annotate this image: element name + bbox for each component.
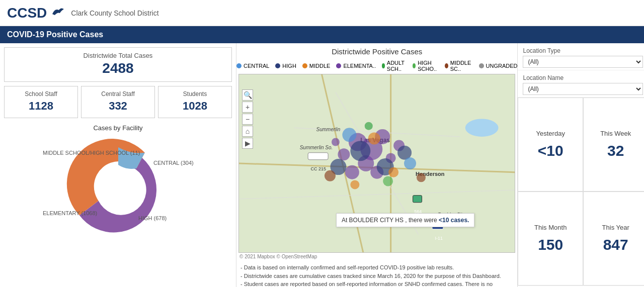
location-name-filter: Location Name (All) (518, 70, 644, 98)
this-week-value: 32 (607, 142, 624, 159)
facility-chart-title: Cases by Facility (0, 124, 236, 132)
donut-chart: MIDDLE SCHOOL/HIGH SCHOOL (11) ELEMENTAR… (38, 135, 199, 245)
legend-highschool: HIGH SCHO.. (413, 60, 439, 72)
this-month-value: 150 (538, 236, 563, 253)
svg-point-31 (332, 138, 340, 146)
central-staff-box: Central Staff 332 (81, 86, 155, 118)
staff-boxes: School Staff 1128 Central Staff 332 Stud… (4, 86, 232, 118)
this-week-label: This Week (600, 130, 631, 137)
svg-text:ELEMENTARY (1068): ELEMENTARY (1068) (43, 210, 97, 216)
svg-point-42 (383, 176, 393, 186)
donut-svg: MIDDLE SCHOOL/HIGH SCHOOL (11) ELEMENTAR… (38, 135, 199, 245)
header: CCSD Clark County School District (0, 0, 644, 26)
map-area[interactable]: CC 215 Summerlin Summerlin So. Las Vegas… (238, 74, 515, 253)
students-label: Students (160, 90, 229, 98)
svg-text:Summerlin So.: Summerlin So. (300, 145, 333, 150)
total-cases-label: Districtwide Total Cases (5, 52, 231, 59)
legend-middle: MIDDLE (302, 63, 331, 69)
svg-point-41 (404, 157, 416, 169)
svg-point-29 (345, 165, 359, 179)
svg-text:Summerlin: Summerlin (316, 127, 341, 132)
expand-button[interactable]: ▶ (242, 138, 253, 149)
home-button[interactable]: ⌂ (242, 126, 253, 137)
map-legend: CENTRAL HIGH MIDDLE ELEMENTA.. ADULT SCH… (236, 58, 517, 74)
legend-adult: ADULT SCH.. (382, 60, 407, 72)
central-staff-label: Central Staff (84, 90, 152, 98)
this-year-label: This Year (602, 224, 629, 231)
this-month-label: This Month (534, 224, 567, 231)
svg-text:I-11: I-11 (435, 236, 443, 241)
map-controls: 🔍 + − ⌂ ▶ (242, 89, 253, 149)
this-week-box: This Week 32 (583, 98, 644, 192)
location-name-label: Location Name (523, 74, 643, 81)
svg-point-37 (368, 132, 380, 144)
svg-text:MIDDLE SCHOOL/HIGH SCHOOL (11): MIDDLE SCHOOL/HIGH SCHOOL (11) (43, 150, 140, 156)
school-staff-box: School Staff 1128 (4, 86, 78, 118)
svg-point-39 (350, 180, 359, 189)
total-cases-box: Districtwide Total Cases 2488 (4, 47, 232, 82)
time-stats-grid: Yesterday <10 This Week 32 This Month 15… (518, 98, 644, 285)
logo-icon (50, 4, 65, 22)
location-name-select[interactable]: (All) (523, 83, 643, 95)
svg-point-45 (325, 170, 336, 181)
zoom-out-button[interactable]: − (242, 114, 253, 125)
map-notes: - Data is based on internally confirmed … (236, 260, 517, 287)
svg-text:CC 215: CC 215 (311, 166, 327, 171)
left-panel: Districtwide Total Cases 2488 School Sta… (0, 43, 236, 287)
map-note-1: - Data is based on internally confirmed … (240, 263, 513, 272)
svg-point-38 (388, 167, 398, 177)
map-footer: © 2021 Mapbox © OpenStreetMap (236, 253, 517, 260)
svg-point-5 (465, 119, 499, 137)
page-title: COVID-19 Positive Cases (7, 30, 103, 39)
right-panel: Districtwide Positive Cases CENTRAL HIGH… (236, 43, 644, 287)
svg-point-33 (350, 141, 370, 161)
map-note-3: - Student cases are reported based on se… (240, 280, 513, 287)
filter-stats-panel: Location Type (All) Location Name (All) … (517, 43, 644, 287)
map-header: Districtwide Positive Cases (236, 43, 517, 58)
district-name: Clark County School District (71, 9, 158, 17)
legend-ungraded: UNGRADED (479, 63, 518, 69)
legend-central: CENTRAL (236, 63, 269, 69)
svg-text:CENTRAL (304): CENTRAL (304) (153, 160, 194, 166)
svg-point-44 (417, 173, 426, 182)
zoom-in-button[interactable]: + (242, 102, 253, 113)
central-staff-value: 332 (84, 100, 152, 113)
svg-point-40 (342, 128, 356, 142)
title-bar: COVID-19 Positive Cases (0, 26, 644, 43)
total-cases-value: 2488 (5, 60, 231, 76)
location-type-label: Location Type (523, 47, 643, 54)
legend-elementary: ELEMENTA.. (336, 63, 376, 69)
school-staff-value: 1128 (7, 100, 75, 113)
legend-middlesch: MIDDLE SC.. (445, 60, 473, 72)
yesterday-box: Yesterday <10 (518, 98, 583, 192)
search-button[interactable]: 🔍 (242, 89, 253, 101)
map-tooltip: At BOULDER CITY HS , there were <10 case… (336, 213, 475, 227)
this-year-value: 847 (603, 236, 628, 253)
yesterday-value: <10 (538, 142, 564, 159)
svg-text:HIGH (678): HIGH (678) (138, 215, 167, 221)
map-note-2: - Districtwide cases are cumulative case… (240, 272, 513, 280)
map-section: Districtwide Positive Cases CENTRAL HIGH… (236, 43, 517, 287)
location-type-filter: Location Type (All) (518, 43, 644, 70)
this-month-box: This Month 150 (518, 192, 583, 285)
logo-text: CCSD (7, 5, 47, 21)
svg-rect-12 (308, 153, 328, 160)
students-value: 1028 (160, 100, 229, 113)
svg-rect-19 (413, 196, 422, 203)
students-box: Students 1028 (158, 86, 232, 118)
legend-high: HIGH (275, 63, 296, 69)
svg-point-43 (365, 122, 373, 130)
school-staff-label: School Staff (7, 90, 75, 98)
facility-section: Cases by Facility (0, 124, 236, 245)
this-year-box: This Year 847 (583, 192, 644, 285)
yesterday-label: Yesterday (536, 130, 565, 137)
main-content: Districtwide Total Cases 2488 School Sta… (0, 43, 644, 287)
svg-point-26 (338, 148, 350, 160)
location-type-select[interactable]: (All) (523, 56, 643, 68)
